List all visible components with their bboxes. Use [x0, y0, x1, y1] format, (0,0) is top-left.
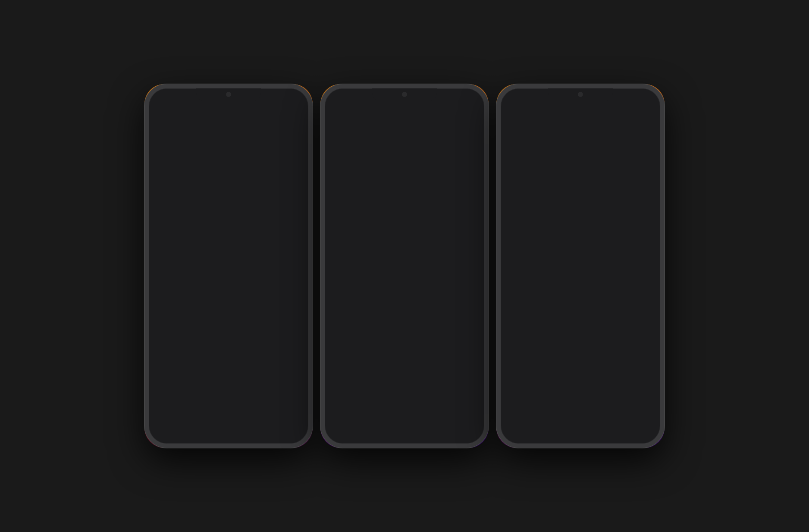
app-settings-1[interactable]: Settings: [191, 200, 227, 234]
dock-phone-3[interactable]: [621, 410, 646, 435]
app-translate-3[interactable]: A 文 Translate: [600, 183, 627, 217]
app-youtube-3[interactable]: YouTube: [631, 137, 658, 171]
slack-icon-1[interactable]: [235, 160, 262, 188]
music-widget-small-1[interactable]: 🎨 The New Abnormal The Strokes ♪ Music: [248, 239, 307, 304]
app-notes-2[interactable]: Notes: [389, 291, 417, 325]
youtube-icon-1[interactable]: [195, 160, 223, 188]
reminders-icon-3[interactable]: [547, 348, 574, 376]
clock-icon-3[interactable]: [586, 348, 614, 376]
translate-icon-3[interactable]: A 文: [600, 183, 627, 211]
app-notes-3[interactable]: Notes: [502, 348, 539, 382]
maps-icon-2[interactable]: 280: [331, 183, 358, 211]
app-translate-2[interactable]: A 文 Translate: [406, 183, 443, 217]
album-thumb-3[interactable]: ESSENTIALS 👨: [399, 133, 430, 164]
dock-messages-1[interactable]: [163, 410, 188, 435]
camera-icon-1[interactable]: [275, 160, 302, 188]
app-clock-2[interactable]: Clock: [389, 327, 417, 361]
app-reminders-3[interactable]: Reminders: [542, 348, 579, 382]
settings-icon-1[interactable]: [195, 200, 223, 227]
dock-safari-1[interactable]: [234, 410, 259, 435]
app-clock-3[interactable]: Clock: [582, 348, 619, 382]
app-maps-3[interactable]: 280 Maps: [631, 101, 658, 135]
app-calendar-1[interactable]: Monday 22 Calendar: [199, 306, 245, 340]
reminders-icon-1[interactable]: [275, 200, 302, 227]
messages-icon-2[interactable]: [339, 410, 364, 435]
calendar-icon-3[interactable]: Monday 22: [627, 348, 654, 376]
messages-icon-3[interactable]: [514, 410, 539, 435]
translate-icon-2[interactable]: A 文: [411, 183, 438, 211]
app-slack-3[interactable]: Slack: [502, 309, 539, 343]
app-notes-1[interactable]: Notes: [230, 200, 267, 234]
dock-mail-2[interactable]: [374, 410, 399, 435]
app-calendar-3[interactable]: Monday 22 Calendar: [622, 348, 659, 382]
messages-icon-1[interactable]: [163, 410, 188, 435]
dock-messages-3[interactable]: [514, 410, 539, 435]
album-thumb-1[interactable]: 🌈: [332, 133, 363, 164]
dock-messages-2[interactable]: [339, 410, 364, 435]
mail-icon-2[interactable]: [374, 410, 399, 435]
safari-icon-1[interactable]: [234, 410, 259, 435]
photos-icon-2[interactable]: [422, 222, 449, 250]
phone-icon-1[interactable]: 📞: [270, 410, 295, 435]
app-reminders-1[interactable]: Reminders: [270, 200, 307, 234]
app-camera-3[interactable]: Camera: [542, 309, 579, 343]
mail-icon-1[interactable]: [198, 410, 223, 435]
music-widget-big-2[interactable]: 🎨 The New Abnormal The Strokes ♪ 🌈: [326, 101, 483, 169]
photos-icon-3[interactable]: [586, 309, 614, 336]
mail-icon-3[interactable]: [550, 410, 575, 435]
app-settings-2[interactable]: Settings: [446, 183, 483, 217]
app-photos-1[interactable]: Photos: [151, 239, 196, 304]
app-translate-1[interactable]: A 文 Translate: [151, 200, 187, 234]
calendar-icon-2[interactable]: Monday 22: [422, 327, 449, 354]
batteries-widget-3[interactable]: 📱 iPhone ⌚ Watch 🎧 AirPods 💼 Case: [502, 101, 627, 173]
app-maps-2[interactable]: 280 Maps: [326, 183, 363, 217]
home-icon-3[interactable]: [627, 309, 654, 336]
app-home-1[interactable]: Home: [199, 239, 245, 304]
app-maps-1[interactable]: 280 Maps: [151, 160, 187, 194]
app-calendar-2[interactable]: Monday 22 Calendar: [421, 327, 450, 361]
photos-icon-1[interactable]: [160, 239, 187, 266]
calendar-widget-3[interactable]: WWDC No more events today JUNE S M T W T…: [502, 219, 658, 296]
notes-icon-2[interactable]: [389, 291, 417, 319]
reminders-icon-2[interactable]: [422, 291, 449, 319]
notes-icon-3[interactable]: [507, 348, 534, 376]
app-camera-1[interactable]: Camera: [270, 160, 307, 194]
calendar-icon-1[interactable]: Monday 22: [208, 306, 236, 333]
youtube-icon-2[interactable]: [371, 183, 398, 211]
app-photos-2[interactable]: Photos: [421, 222, 450, 257]
safari-icon-3[interactable]: [586, 410, 611, 435]
camera-icon-2[interactable]: [389, 222, 417, 250]
dock-mail-3[interactable]: [550, 410, 575, 435]
slack-icon-3[interactable]: [507, 309, 534, 336]
maps-icon-1[interactable]: 280: [155, 160, 182, 188]
clock-icon-1[interactable]: 12 12 3 9: [160, 306, 187, 333]
settings-icon-3[interactable]: [631, 183, 658, 211]
clock-icon-2[interactable]: [389, 327, 417, 354]
home-icon-2[interactable]: [454, 222, 482, 250]
dock-safari-3[interactable]: [586, 410, 611, 435]
settings-icon-2[interactable]: [451, 183, 478, 211]
app-photos-3[interactable]: Photos: [582, 309, 619, 343]
app-reminders-2[interactable]: Reminders: [421, 291, 450, 325]
weather-widget-1[interactable]: ➤ 80° Expect rain in the next hour Inten…: [151, 102, 307, 146]
dock-safari-2[interactable]: [410, 410, 435, 435]
dock-phone-1[interactable]: 📞: [270, 410, 295, 435]
app-youtube-2[interactable]: YouTube: [367, 183, 403, 217]
app-settings-3[interactable]: Settings: [631, 183, 658, 217]
app-home-3[interactable]: Home: [622, 309, 659, 343]
app-home-2[interactable]: Home: [454, 222, 483, 257]
app-youtube-1[interactable]: YouTube: [191, 160, 227, 194]
app-clock-1[interactable]: 12 12 3 9 Clock: [151, 306, 196, 340]
home-icon-1[interactable]: [208, 239, 236, 266]
phone-icon-2[interactable]: [445, 410, 470, 435]
youtube-icon-3[interactable]: [631, 137, 658, 165]
app-slack-1[interactable]: Slack: [230, 160, 267, 194]
podcasts-widget-2[interactable]: 👨 1H 47M LEFT Ali Abdaal 🎙 Podcasts: [326, 222, 385, 288]
camera-icon-3[interactable]: [547, 309, 574, 336]
notes-icon-1[interactable]: [235, 200, 262, 227]
dock-mail-1[interactable]: [198, 410, 223, 435]
maps-icon-3[interactable]: 280: [631, 101, 658, 129]
album-thumb-4[interactable]: 👫: [433, 133, 464, 164]
safari-icon-2[interactable]: [410, 410, 435, 435]
app-camera-2[interactable]: Camera: [389, 222, 417, 257]
